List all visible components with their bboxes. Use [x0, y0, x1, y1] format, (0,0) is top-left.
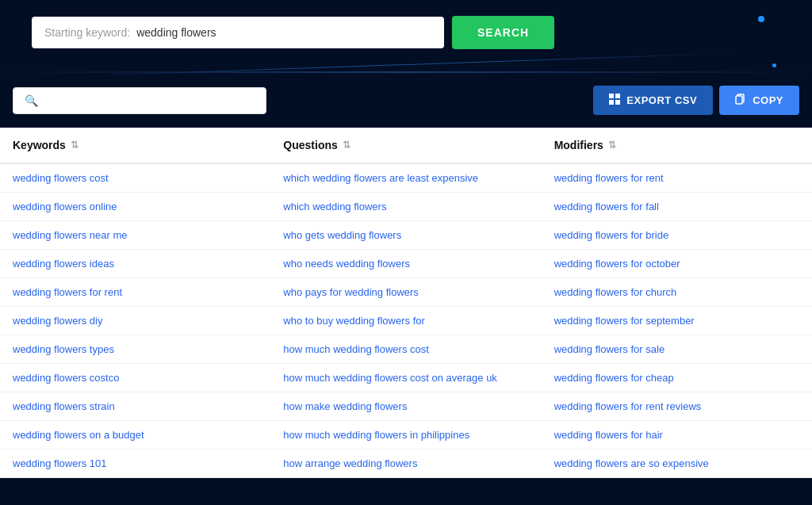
copy-label: COPY	[753, 94, 783, 106]
cell-modifier-10[interactable]: wedding flowers are so expensive	[542, 450, 812, 478]
copy-icon	[735, 94, 746, 107]
cell-keyword-1[interactable]: wedding flowers online	[0, 193, 270, 221]
cell-keyword-2[interactable]: wedding flowers near me	[0, 221, 270, 250]
header: Starting keyword: SEARCH	[0, 0, 812, 73]
table-row: wedding flowers strainhow make wedding f…	[0, 392, 812, 421]
table-row: wedding flowers costcohow much wedding f…	[0, 364, 812, 392]
svg-rect-1	[615, 94, 620, 98]
cell-modifier-1[interactable]: wedding flowers for fall	[542, 193, 812, 221]
cell-modifier-4[interactable]: wedding flowers for church	[542, 278, 812, 307]
table-row: wedding flowers typeshow much wedding fl…	[0, 335, 812, 364]
export-csv-button[interactable]: EXPORT CSV	[593, 86, 713, 115]
toolbar: 🔍 EXPORT CSV COPY	[0, 73, 812, 128]
cell-keyword-7[interactable]: wedding flowers costco	[0, 364, 270, 392]
cell-modifier-7[interactable]: wedding flowers for cheap	[542, 364, 812, 392]
search-button[interactable]: SEARCH	[452, 16, 554, 49]
cell-keyword-8[interactable]: wedding flowers strain	[0, 392, 270, 421]
cell-question-8[interactable]: how make wedding flowers	[270, 392, 541, 421]
table-header: Keywords ⇅ Questions ⇅ Modifiers ⇅	[0, 128, 812, 163]
table-container: Keywords ⇅ Questions ⇅ Modifiers ⇅	[0, 128, 812, 478]
search-icon: 🔍	[25, 94, 38, 107]
table-body: wedding flowers costwhich wedding flower…	[0, 163, 812, 478]
svg-rect-5	[736, 96, 742, 104]
cell-modifier-9[interactable]: wedding flowers for hair	[542, 421, 812, 450]
results-table: Keywords ⇅ Questions ⇅ Modifiers ⇅	[0, 128, 812, 478]
grid-icon	[609, 94, 620, 107]
cell-modifier-3[interactable]: wedding flowers for october	[542, 250, 812, 278]
svg-rect-0	[609, 94, 614, 98]
cell-question-10[interactable]: how arrange wedding flowers	[270, 450, 541, 478]
search-bar-row: Starting keyword: SEARCH	[32, 16, 780, 49]
decorative-dot-2	[772, 63, 776, 67]
decorative-dot-1	[758, 16, 764, 22]
table-row: wedding flowers for rentwho pays for wed…	[0, 278, 812, 307]
toolbar-buttons: EXPORT CSV COPY	[593, 86, 799, 115]
sort-icon-keywords[interactable]: ⇅	[71, 140, 79, 151]
cell-modifier-2[interactable]: wedding flowers for bride	[542, 221, 812, 250]
cell-keyword-0[interactable]: wedding flowers cost	[0, 163, 270, 193]
table-row: wedding flowers near mewho gets wedding …	[0, 221, 812, 250]
search-input[interactable]	[136, 26, 431, 39]
cell-keyword-6[interactable]: wedding flowers types	[0, 335, 270, 364]
export-csv-label: EXPORT CSV	[626, 94, 697, 106]
cell-keyword-3[interactable]: wedding flowers ideas	[0, 250, 270, 278]
column-header-modifiers: Modifiers ⇅	[542, 128, 812, 163]
cell-question-0[interactable]: which wedding flowers are least expensiv…	[270, 163, 541, 193]
table-row: wedding flowers costwhich wedding flower…	[0, 163, 812, 193]
cell-keyword-4[interactable]: wedding flowers for rent	[0, 278, 270, 307]
cell-modifier-8[interactable]: wedding flowers for rent reviews	[542, 392, 812, 421]
table-row: wedding flowers ideaswho needs wedding f…	[0, 250, 812, 278]
search-input-label: Starting keyword:	[44, 26, 130, 39]
cell-keyword-5[interactable]: wedding flowers diy	[0, 307, 270, 335]
cell-question-2[interactable]: who gets wedding flowers	[270, 221, 541, 250]
column-header-questions: Questions ⇅	[270, 128, 541, 163]
cell-modifier-0[interactable]: wedding flowers for rent	[542, 163, 812, 193]
sort-icon-modifiers[interactable]: ⇅	[608, 140, 616, 151]
copy-button[interactable]: COPY	[719, 86, 799, 115]
cell-keyword-9[interactable]: wedding flowers on a budget	[0, 421, 270, 450]
cell-question-3[interactable]: who needs wedding flowers	[270, 250, 541, 278]
cell-question-7[interactable]: how much wedding flowers cost on average…	[270, 364, 541, 392]
cell-modifier-6[interactable]: wedding flowers for sale	[542, 335, 812, 364]
table-row: wedding flowers diywho to buy wedding fl…	[0, 307, 812, 335]
cell-question-5[interactable]: who to buy wedding flowers for	[270, 307, 541, 335]
sort-icon-questions[interactable]: ⇅	[343, 140, 350, 151]
table-row: wedding flowers onlinewhich wedding flow…	[0, 193, 812, 221]
filter-search-container: 🔍	[13, 87, 266, 114]
table-row: wedding flowers on a budgethow much wedd…	[0, 421, 812, 450]
cell-question-4[interactable]: who pays for wedding flowers	[270, 278, 541, 307]
search-input-container: Starting keyword:	[32, 17, 444, 48]
svg-rect-2	[609, 100, 614, 105]
cell-modifier-5[interactable]: wedding flowers for september	[542, 307, 812, 335]
column-header-keywords: Keywords ⇅	[0, 128, 270, 163]
svg-rect-3	[615, 100, 620, 105]
table-row: wedding flowers 101how arrange wedding f…	[0, 450, 812, 478]
cell-question-9[interactable]: how much wedding flowers in philippines	[270, 421, 541, 450]
cell-question-1[interactable]: which wedding flowers	[270, 193, 541, 221]
cell-question-6[interactable]: how much wedding flowers cost	[270, 335, 541, 364]
filter-search-input[interactable]	[44, 94, 255, 107]
cell-keyword-10[interactable]: wedding flowers 101	[0, 450, 270, 478]
